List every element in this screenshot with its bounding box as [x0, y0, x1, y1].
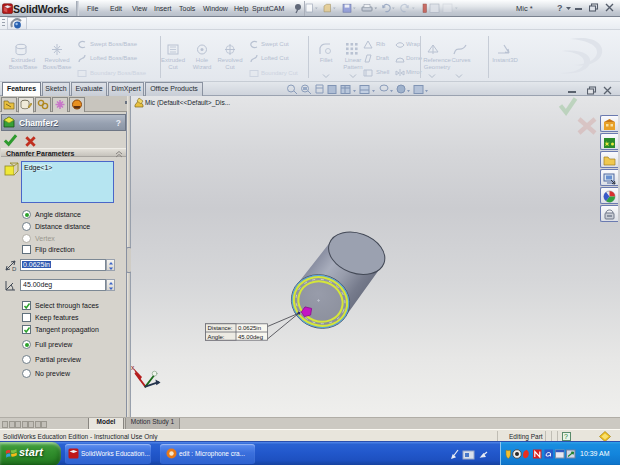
- svg-text:D: D: [12, 266, 17, 272]
- svg-text:0.0625in: 0.0625in: [238, 325, 261, 331]
- svg-text:Angle:: Angle:: [208, 334, 225, 340]
- svg-text:Distance:: Distance:: [208, 325, 233, 331]
- svg-text:?: ?: [564, 433, 568, 440]
- svg-text:45.00deg: 45.00deg: [238, 334, 263, 340]
